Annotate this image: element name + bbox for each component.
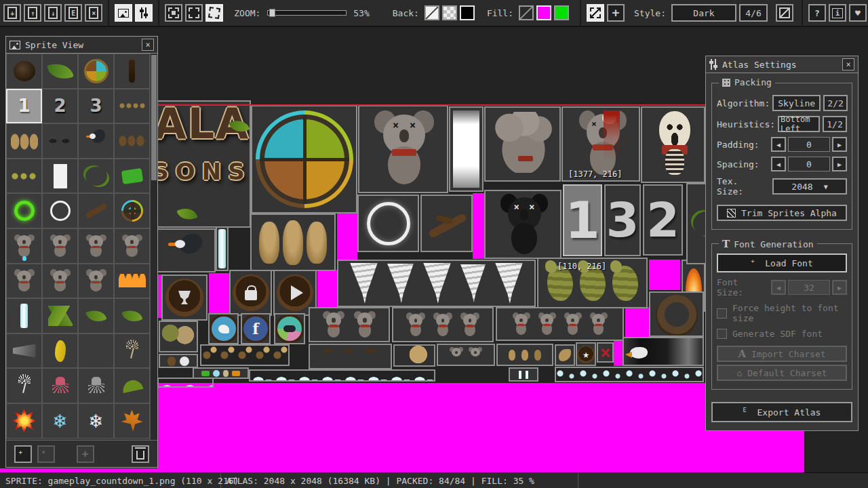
atlas-sprite-koala-strip-b[interactable] <box>392 307 494 342</box>
crosshair-button[interactable]: + <box>607 4 625 22</box>
thumb-dirt-mound[interactable] <box>6 54 42 89</box>
remove-sprite-button[interactable]: × <box>37 445 55 463</box>
atlas-sprite-wolf-head[interactable] <box>393 344 435 367</box>
spacing-decrease-button[interactable]: ◀ <box>771 157 786 171</box>
style-select-button[interactable]: Dark <box>671 4 736 22</box>
tex-size-dropdown[interactable]: 2048 ▼ <box>772 178 847 195</box>
thumb-green-banana[interactable] <box>114 368 150 403</box>
thumb-dingo-dance-strip[interactable] <box>6 123 42 159</box>
atlas-sprite-star-button[interactable]: ★ <box>576 342 596 366</box>
atlas-sprite-creepy-heads[interactable] <box>159 321 198 352</box>
trim-sprites-button[interactable]: Trim Sprites Alpha <box>717 205 847 221</box>
thumb-white-rect[interactable] <box>42 159 78 194</box>
atlas-sprite-koala-black[interactable]: ×× <box>484 190 561 259</box>
fit-view-button[interactable] <box>185 4 203 22</box>
atlas-sprite-snow-strip-2[interactable] <box>157 378 214 388</box>
atlas-sprite-ice-figures[interactable] <box>509 367 538 382</box>
thumb-branch[interactable] <box>78 193 114 228</box>
sdf-font-checkbox[interactable] <box>717 329 727 339</box>
thumb-flag-strip[interactable] <box>78 333 114 369</box>
fill-color-none[interactable] <box>519 5 534 20</box>
thumb-koala-pair-a[interactable] <box>42 264 78 299</box>
algorithm-select-button[interactable]: Skyline <box>772 95 821 111</box>
atlas-sprite-white-gradient[interactable] <box>449 106 484 192</box>
thumb-ice-column[interactable] <box>6 298 42 333</box>
add-sprite-button[interactable]: + <box>14 445 32 463</box>
toggle-sprite-view-button[interactable] <box>115 4 132 22</box>
zoom-slider-handle[interactable] <box>269 9 275 17</box>
thumb-claw-strip[interactable] <box>6 159 42 194</box>
thumb-smoke-wedge[interactable] <box>6 333 42 369</box>
atlas-sprite-koala-dead[interactable]: ×× <box>358 105 448 193</box>
thumb-green-ring[interactable] <box>6 193 42 228</box>
atlas-sprite-owl-eagle-small[interactable] <box>159 354 198 368</box>
thumb-koala-strip-b[interactable] <box>114 228 150 264</box>
atlas-sprite-twitter-button[interactable] <box>208 313 239 344</box>
thumb-black-birds[interactable] <box>42 123 78 159</box>
thumb-explosion[interactable] <box>6 403 42 439</box>
padding-decrease-button[interactable]: ◀ <box>771 137 786 152</box>
help-button[interactable]: ? <box>808 4 826 22</box>
save-project-button[interactable]: ↓ <box>44 4 62 22</box>
atlas-sprite-koala-storm[interactable] <box>484 106 561 182</box>
thumb-green-patch[interactable] <box>114 159 150 194</box>
close-icon[interactable]: × <box>142 39 154 51</box>
style-edit-button[interactable] <box>776 4 793 22</box>
atlas-sprite-eagle[interactable] <box>623 337 704 366</box>
scrollbar-thumb[interactable] <box>151 55 157 180</box>
thumb-leaf-curved[interactable] <box>114 298 150 333</box>
locate-sprite-button[interactable]: + <box>77 445 94 463</box>
atlas-sprite-koala-strip-c[interactable] <box>496 307 624 341</box>
default-charset-button[interactable]: ⌂ Default Charset <box>717 365 847 381</box>
atlas-sprite-pawprint-strip[interactable] <box>555 367 704 382</box>
export-project-button[interactable]: E <box>64 4 82 22</box>
zoom-select-button[interactable] <box>205 4 223 22</box>
info-button[interactable]: i <box>829 4 846 22</box>
atlas-sprite-dingo-dance[interactable] <box>250 214 336 271</box>
thumb-seed-pod-tan[interactable] <box>114 333 150 369</box>
thumb-maple-leaf[interactable] <box>114 403 150 439</box>
toggle-atlas-settings-button[interactable] <box>135 4 153 22</box>
thumb-snowflake-blue[interactable]: ❄ <box>42 403 78 439</box>
thumb-koala-strip-a[interactable] <box>78 228 114 264</box>
atlas-sprite-koala-heads-small[interactable] <box>437 344 495 366</box>
style-count-button[interactable]: 4/6 <box>739 4 768 22</box>
new-project-button[interactable]: + <box>3 4 21 22</box>
atlas-sprite-branch[interactable] <box>420 195 473 252</box>
font-size-increase-button[interactable]: ▶ <box>832 280 847 295</box>
heuristics-select-button[interactable]: Bottom Left <box>778 116 820 132</box>
thumb-koala-scarf[interactable] <box>6 264 42 299</box>
export-atlas-button[interactable]: E Export Atlas <box>711 402 852 422</box>
atlas-sprite-logo[interactable]: ALA SONS <box>153 100 251 228</box>
thumb-toucan[interactable] <box>78 123 114 159</box>
zoom-slider[interactable] <box>267 10 347 16</box>
atlas-sprite-owl-strip[interactable] <box>309 344 392 369</box>
atlas-sprite-koala-skeleton[interactable] <box>641 106 705 183</box>
thumb-wooden-club[interactable] <box>114 54 150 89</box>
thumb-seed-pod-white[interactable] <box>6 368 42 403</box>
atlas-sprite-bag-button[interactable] <box>229 270 272 316</box>
thumb-countdown-2[interactable]: 2 <box>42 89 78 124</box>
thumb-flame-strip[interactable] <box>114 264 150 299</box>
thumb-yellow-blossom[interactable] <box>42 333 78 369</box>
fill-color-green[interactable] <box>554 5 569 20</box>
thumb-countdown-1[interactable]: 1 <box>6 89 42 124</box>
atlas-sprite-koala-strip-a[interactable] <box>309 307 390 342</box>
thumb-seasons-wheel[interactable] <box>114 193 150 228</box>
back-color-black[interactable] <box>460 5 475 20</box>
thumb-owl-strip[interactable] <box>114 123 150 159</box>
atlas-sprite-seasons-wheel[interactable] <box>251 105 357 214</box>
thumb-season-eye[interactable] <box>78 54 114 89</box>
back-color-none[interactable] <box>425 5 439 20</box>
atlas-sprite-ice-column[interactable] <box>216 226 229 271</box>
atlas-sprite-tornado-strip[interactable] <box>337 260 536 307</box>
atlas-sprite-red-x[interactable]: × <box>597 342 614 363</box>
atlas-sprite-countdown-1[interactable]: 1 <box>563 184 602 256</box>
atlas-sprite-critter-strip[interactable] <box>496 344 553 366</box>
thumb-koala-jump-flame[interactable] <box>6 228 42 264</box>
padding-increase-button[interactable]: ▶ <box>832 137 847 152</box>
thumb-leaf-nest[interactable] <box>78 159 114 194</box>
sprite-grid-scrollbar[interactable] <box>150 54 157 440</box>
heart-button[interactable]: ♥ <box>849 4 867 22</box>
atlas-sprite-tail[interactable] <box>555 344 575 366</box>
